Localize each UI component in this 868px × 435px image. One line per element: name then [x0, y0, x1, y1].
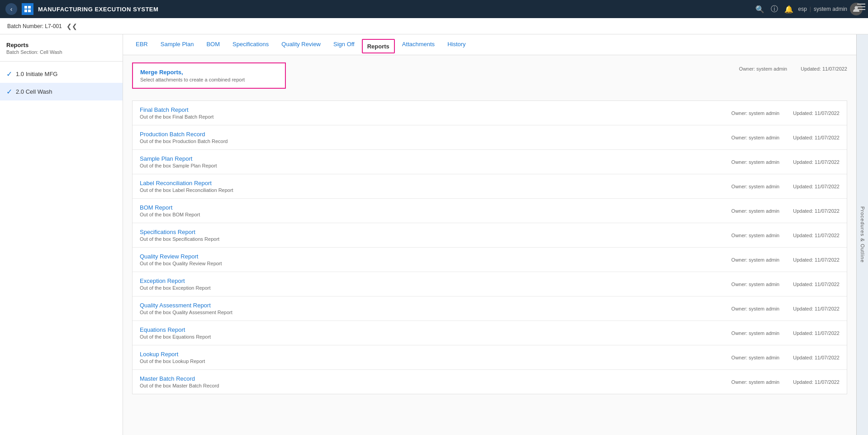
report-name-quality-review-report: Quality Review Report: [140, 253, 722, 260]
report-desc-quality-review-report: Out of the box Quality Review Report: [140, 261, 722, 266]
report-row-exception-report[interactable]: Exception Report Out of the box Exceptio…: [133, 272, 847, 296]
report-list: Final Batch Report Out of the box Final …: [132, 100, 847, 394]
user-name: system admin: [814, 6, 847, 12]
report-name-bom-report: BOM Report: [140, 204, 722, 211]
report-owner-label-reconciliation: Owner: system admin: [731, 184, 779, 189]
report-row-quality-review-report[interactable]: Quality Review Report Out of the box Qua…: [133, 248, 847, 272]
report-info-master-batch: Master Batch Record Out of the box Maste…: [140, 375, 722, 388]
batch-number: Batch Number: L7-001: [7, 23, 62, 29]
report-desc-equations-report: Out of the box Equations Report: [140, 334, 722, 339]
tab-sample-plan[interactable]: Sample Plan: [155, 34, 199, 55]
help-icon[interactable]: ⓘ: [771, 5, 778, 14]
report-name-quality-assessment: Quality Assessment Report: [140, 302, 722, 309]
report-desc-lookup-report: Out of the box Lookup Report: [140, 359, 722, 364]
report-meta-specifications-report: Owner: system admin Updated: 11/07/2022: [731, 233, 840, 238]
svg-rect-7: [857, 9, 865, 10]
report-row-specifications-report[interactable]: Specifications Report Out of the box Spe…: [133, 223, 847, 248]
report-owner-exception-report: Owner: system admin: [731, 282, 779, 287]
report-info-quality-assessment: Quality Assessment Report Out of the box…: [140, 302, 722, 315]
report-name-exception-report: Exception Report: [140, 277, 722, 284]
svg-rect-1: [28, 6, 31, 9]
sidebar-section-header: Reports Batch Section: Cell Wash: [0, 39, 123, 57]
report-owner-production-batch: Owner: system admin: [731, 135, 779, 140]
report-row-equations-report[interactable]: Equations Report Out of the box Equation…: [133, 321, 847, 345]
report-info-sample-plan: Sample Plan Report Out of the box Sample…: [140, 155, 722, 168]
report-meta-sample-plan: Owner: system admin Updated: 11/07/2022: [731, 159, 840, 165]
report-info-label-reconciliation: Label Reconciliation Report Out of the b…: [140, 180, 722, 193]
tab-history[interactable]: History: [442, 34, 471, 55]
merge-reports-subtitle: Select attachments to create a combined …: [140, 77, 278, 82]
report-row-quality-assessment[interactable]: Quality Assessment Report Out of the box…: [133, 296, 847, 321]
app-title: MANUFACTURING EXECUTION SYSTEM: [38, 6, 751, 13]
sidebar: Reports Batch Section: Cell Wash ✓ 1.0 I…: [0, 34, 123, 435]
report-updated-specifications-report: Updated: 11/07/2022: [793, 233, 840, 238]
report-updated-quality-review-report: Updated: 11/07/2022: [793, 257, 840, 263]
merge-owner: Owner: system admin: [739, 66, 787, 72]
report-desc-exception-report: Out of the box Exception Report: [140, 285, 722, 291]
sidebar-item-cell-wash[interactable]: ✓ 2.0 Cell Wash: [0, 83, 123, 100]
search-icon[interactable]: 🔍: [755, 5, 764, 14]
hamburger-menu[interactable]: [857, 4, 865, 11]
merge-reports-card[interactable]: Merge Reports, Select attachments to cre…: [132, 62, 286, 89]
tab-bom[interactable]: BOM: [201, 34, 225, 55]
report-row-master-batch[interactable]: Master Batch Record Out of the box Maste…: [133, 370, 847, 394]
check-icon-initiate: ✓: [6, 70, 12, 78]
report-name-sample-plan: Sample Plan Report: [140, 155, 722, 162]
tab-sign-off[interactable]: Sign Off: [328, 34, 360, 55]
sidebar-collapse-button[interactable]: ❮❮: [66, 23, 77, 30]
report-desc-production-batch: Out of the box Production Batch Record: [140, 139, 722, 144]
report-info-production-batch: Production Batch Record Out of the box P…: [140, 131, 722, 144]
svg-rect-2: [24, 10, 27, 12]
report-row-sample-plan[interactable]: Sample Plan Report Out of the box Sample…: [133, 150, 847, 174]
report-row-bom-report[interactable]: BOM Report Out of the box BOM Report Own…: [133, 199, 847, 223]
report-desc-final-batch: Out of the box Final Batch Report: [140, 114, 722, 120]
logo-icon: [22, 3, 33, 15]
report-meta-bom-report: Owner: system admin Updated: 11/07/2022: [731, 208, 840, 214]
tab-ebr[interactable]: EBR: [130, 34, 153, 55]
main-layout: Reports Batch Section: Cell Wash ✓ 1.0 I…: [0, 34, 868, 435]
report-updated-final-batch: Updated: 11/07/2022: [793, 110, 840, 116]
report-updated-sample-plan: Updated: 11/07/2022: [793, 159, 840, 165]
report-owner-equations-report: Owner: system admin: [731, 330, 779, 336]
report-desc-bom-report: Out of the box BOM Report: [140, 212, 722, 217]
report-row-production-batch[interactable]: Production Batch Record Out of the box P…: [133, 125, 847, 150]
report-meta-exception-report: Owner: system admin Updated: 11/07/2022: [731, 282, 840, 287]
tab-specifications[interactable]: Specifications: [227, 34, 274, 55]
report-updated-production-batch: Updated: 11/07/2022: [793, 135, 840, 140]
report-info-final-batch: Final Batch Report Out of the box Final …: [140, 106, 722, 120]
check-icon-cell-wash: ✓: [6, 87, 12, 96]
svg-rect-6: [857, 6, 865, 7]
report-meta-equations-report: Owner: system admin Updated: 11/07/2022: [731, 330, 840, 336]
svg-rect-0: [24, 6, 27, 9]
report-name-final-batch: Final Batch Report: [140, 106, 722, 113]
report-owner-sample-plan: Owner: system admin: [731, 159, 779, 165]
report-updated-master-batch: Updated: 11/07/2022: [793, 379, 840, 385]
report-desc-label-reconciliation: Out of the box Label Reconciliation Repo…: [140, 187, 722, 193]
main-content: EBR Sample Plan BOM Specifications Quali…: [123, 34, 856, 435]
tab-reports[interactable]: Reports: [362, 39, 395, 53]
svg-rect-5: [857, 4, 865, 5]
report-updated-quality-assessment: Updated: 11/07/2022: [793, 306, 840, 311]
tab-attachments[interactable]: Attachments: [397, 34, 440, 55]
report-owner-quality-assessment: Owner: system admin: [731, 306, 779, 311]
notification-icon[interactable]: 🔔: [784, 5, 793, 14]
report-updated-bom-report: Updated: 11/07/2022: [793, 208, 840, 214]
report-row-final-batch[interactable]: Final Batch Report Out of the box Final …: [133, 101, 847, 125]
report-updated-equations-report: Updated: 11/07/2022: [793, 330, 840, 336]
sidebar-item-label-initiate: 1.0 Initiate MFG: [16, 71, 57, 77]
sidebar-item-initiate-mfg[interactable]: ✓ 1.0 Initiate MFG: [0, 65, 123, 83]
report-row-lookup-report[interactable]: Lookup Report Out of the box Lookup Repo…: [133, 345, 847, 370]
report-info-specifications-report: Specifications Report Out of the box Spe…: [140, 229, 722, 242]
right-panel[interactable]: Procedures & Outline: [856, 34, 868, 435]
report-meta-quality-assessment: Owner: system admin Updated: 11/07/2022: [731, 306, 840, 311]
report-row-label-reconciliation[interactable]: Label Reconciliation Report Out of the b…: [133, 174, 847, 199]
report-meta-lookup-report: Owner: system admin Updated: 11/07/2022: [731, 355, 840, 360]
report-info-lookup-report: Lookup Report Out of the box Lookup Repo…: [140, 351, 722, 364]
reports-area: Merge Reports, Select attachments to cre…: [123, 55, 856, 435]
report-info-quality-review-report: Quality Review Report Out of the box Qua…: [140, 253, 722, 266]
tab-quality-review[interactable]: Quality Review: [276, 34, 326, 55]
report-meta-master-batch: Owner: system admin Updated: 11/07/2022: [731, 379, 840, 385]
report-name-master-batch: Master Batch Record: [140, 375, 722, 382]
back-button[interactable]: ‹: [5, 3, 17, 15]
merge-reports-title: Merge Reports,: [140, 69, 278, 76]
